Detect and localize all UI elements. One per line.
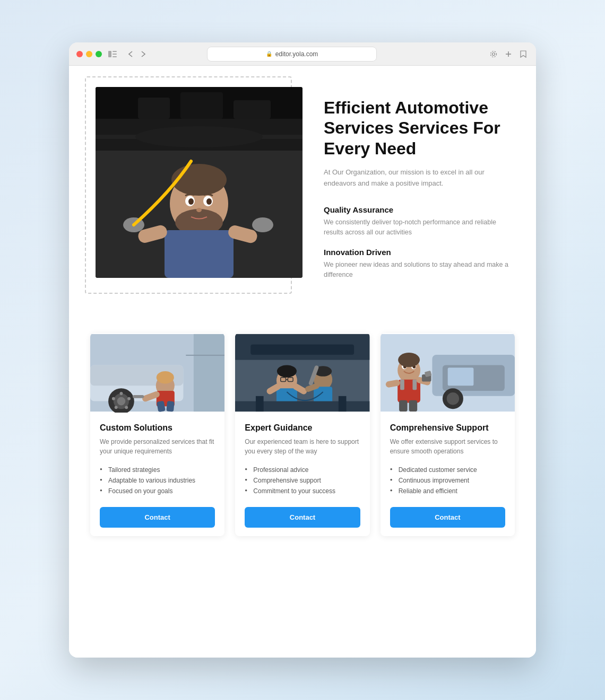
svg-point-22 <box>252 217 273 232</box>
svg-rect-71 <box>447 368 473 386</box>
svg-point-26 <box>206 198 212 205</box>
svg-rect-1 <box>113 51 117 52</box>
back-button[interactable] <box>125 49 136 59</box>
svg-point-36 <box>127 397 131 400</box>
feature-innovation-title: Innovation Driven <box>324 248 509 257</box>
svg-rect-48 <box>186 355 224 356</box>
page-content: Efficient Automotive Services Services F… <box>69 66 536 658</box>
card-expert-guidance-desc: Our experienced team is here to support … <box>245 437 360 456</box>
card-custom-solutions-list: Tailored strategies Adaptable to various… <box>100 465 215 496</box>
card-comprehensive-support-title: Comprehensive Support <box>390 423 505 433</box>
hero-image-container <box>96 87 302 283</box>
list-item: Focused on your goals <box>100 486 215 496</box>
svg-rect-76 <box>400 379 404 389</box>
card-comprehensive-support-desc: We offer extensive support services to e… <box>390 437 505 456</box>
card-expert-guidance-title: Expert Guidance <box>245 423 360 433</box>
svg-rect-66 <box>256 396 264 412</box>
svg-rect-67 <box>339 396 347 412</box>
svg-point-14 <box>135 126 263 147</box>
svg-rect-88 <box>409 400 417 411</box>
svg-point-37 <box>125 406 128 409</box>
feature-innovation: Innovation Driven We pioneer new ideas a… <box>324 248 509 280</box>
card-expert-guidance: Expert Guidance Our experienced team is … <box>235 333 369 536</box>
svg-point-35 <box>120 392 123 395</box>
card-expert-guidance-list: Professional advice Comprehensive suppor… <box>245 465 360 496</box>
list-item: Reliable and efficient <box>390 486 505 496</box>
card-expert-guidance-body: Expert Guidance Our experienced team is … <box>235 413 369 536</box>
hero-title: Efficient Automotive Services Services F… <box>324 98 509 159</box>
card-comprehensive-support-image <box>381 333 515 413</box>
svg-rect-18 <box>165 230 234 278</box>
hero-subtitle: At Our Organization, our mission is to e… <box>324 167 509 189</box>
settings-icon[interactable] <box>488 49 499 59</box>
list-item: Continuous improvement <box>390 475 505 486</box>
feature-innovation-desc: We pioneer new ideas and solutions to st… <box>324 260 509 280</box>
svg-point-16 <box>171 164 227 196</box>
close-button[interactable] <box>76 51 83 57</box>
svg-rect-65 <box>235 401 369 411</box>
forward-button[interactable] <box>138 49 149 59</box>
nav-buttons <box>125 49 149 59</box>
hero-image <box>96 87 302 278</box>
svg-point-46 <box>157 371 174 383</box>
svg-point-38 <box>115 406 118 409</box>
feature-quality-desc: We consistently deliver top-notch perfor… <box>324 217 509 238</box>
card-custom-solutions-body: Custom Solutions We provide personalized… <box>90 413 224 536</box>
list-item: Adaptable to various industries <box>100 475 215 486</box>
svg-point-25 <box>188 198 194 205</box>
svg-point-73 <box>446 392 459 405</box>
address-bar[interactable]: 🔒 editor.yola.com <box>207 47 377 62</box>
svg-rect-0 <box>108 51 111 57</box>
url-text: editor.yola.com <box>275 50 318 58</box>
svg-rect-87 <box>399 400 408 411</box>
svg-point-59 <box>277 365 297 377</box>
list-item: Comprehensive support <box>245 475 360 486</box>
svg-rect-45 <box>133 395 144 398</box>
svg-rect-77 <box>412 379 417 389</box>
feature-quality-title: Quality Assurance <box>324 205 509 214</box>
feature-quality: Quality Assurance We consistently delive… <box>324 205 509 238</box>
svg-point-39 <box>112 397 115 400</box>
svg-rect-28 <box>96 87 302 119</box>
svg-point-86 <box>398 353 420 367</box>
browser-right-buttons <box>488 49 529 59</box>
svg-point-5 <box>491 51 497 57</box>
svg-point-34 <box>117 397 126 406</box>
list-item: Tailored strategies <box>100 465 215 475</box>
minimize-button[interactable] <box>86 51 92 57</box>
traffic-lights <box>76 51 102 57</box>
maximize-button[interactable] <box>96 51 102 57</box>
svg-point-27 <box>196 208 202 212</box>
list-item: Commitment to your success <box>245 486 360 496</box>
svg-rect-3 <box>113 56 117 57</box>
card-comprehensive-support: Comprehensive Support We offer extensive… <box>381 333 515 536</box>
cards-section: Custom Solutions We provide personalized… <box>69 322 536 568</box>
card-expert-guidance-image <box>235 333 369 413</box>
card-expert-guidance-contact-button[interactable]: Contact <box>245 507 360 528</box>
hero-section: Efficient Automotive Services Services F… <box>69 66 536 322</box>
bookmarks-icon[interactable] <box>518 49 529 59</box>
svg-rect-43 <box>166 401 174 412</box>
card-custom-solutions-contact-button[interactable]: Contact <box>100 507 215 528</box>
sidebar-toggle-icon[interactable] <box>107 49 118 59</box>
svg-rect-47 <box>194 334 224 412</box>
svg-rect-51 <box>251 344 355 354</box>
browser-chrome: 🔒 editor.yola.com <box>69 42 536 66</box>
card-comprehensive-support-contact-button[interactable]: Contact <box>390 507 505 528</box>
card-custom-solutions: Custom Solutions We provide personalized… <box>90 333 224 536</box>
hero-text: Efficient Automotive Services Services F… <box>324 92 509 291</box>
svg-point-4 <box>492 52 495 55</box>
browser-window: 🔒 editor.yola.com <box>69 42 536 658</box>
card-custom-solutions-title: Custom Solutions <box>100 423 215 433</box>
card-custom-solutions-image <box>90 333 224 413</box>
list-item: Dedicated customer service <box>390 465 505 475</box>
card-comprehensive-support-body: Comprehensive Support We offer extensive… <box>381 413 515 536</box>
svg-rect-2 <box>113 54 117 55</box>
list-item: Professional advice <box>245 465 360 475</box>
add-tab-icon[interactable] <box>503 49 514 59</box>
card-custom-solutions-desc: We provide personalized services that fi… <box>100 437 215 456</box>
card-comprehensive-support-list: Dedicated customer service Continuous im… <box>390 465 505 496</box>
lock-icon: 🔒 <box>266 51 272 57</box>
